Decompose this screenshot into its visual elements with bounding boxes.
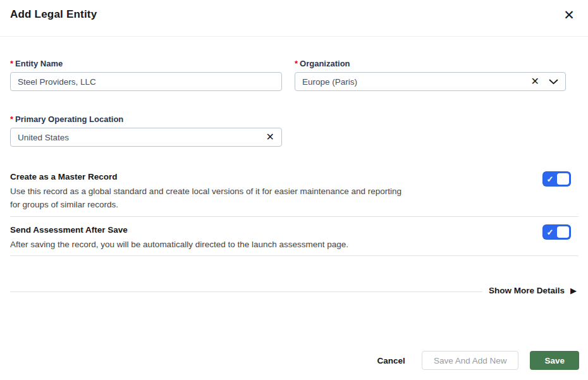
- save-button[interactable]: Save: [530, 351, 579, 370]
- send-assessment-title: Send Assessment After Save: [10, 225, 128, 235]
- master-record-toggle[interactable]: ✓: [542, 171, 571, 187]
- organization-field-group: *Organization ✕: [295, 59, 566, 91]
- organization-label: *Organization: [295, 59, 566, 68]
- primary-operating-location-input[interactable]: [10, 128, 282, 147]
- entity-name-input[interactable]: [10, 72, 282, 91]
- save-and-add-new-button[interactable]: Save And Add New: [422, 351, 519, 370]
- header-divider: [0, 36, 588, 37]
- master-record-title: Create as a Master Record: [10, 172, 118, 181]
- send-assessment-toggle[interactable]: ✓: [542, 224, 571, 240]
- caret-right-icon: ▶: [570, 286, 577, 295]
- primary-operating-location-field-group: *Primary Operating Location ✕: [10, 114, 282, 147]
- toggle-knob: [557, 226, 569, 238]
- add-legal-entity-modal: Add Legal Entity ✕ *Entity Name *Organiz…: [0, 0, 588, 380]
- clear-input-icon[interactable]: ✕: [266, 128, 274, 147]
- section-divider: [10, 255, 579, 256]
- entity-name-field-group: *Entity Name: [10, 59, 282, 91]
- master-record-description: Use this record as a global standard and…: [10, 185, 402, 211]
- entity-name-label: *Entity Name: [10, 59, 282, 68]
- footer-actions: Cancel Save And Add New Save: [372, 351, 579, 370]
- required-marker: *: [10, 114, 13, 124]
- show-more-divider: [10, 291, 482, 292]
- required-marker: *: [295, 59, 298, 68]
- cancel-button[interactable]: Cancel: [372, 351, 410, 370]
- check-icon: ✓: [543, 228, 557, 236]
- check-icon: ✓: [543, 175, 557, 183]
- row-divider: [10, 216, 579, 217]
- required-marker: *: [10, 59, 13, 68]
- send-assessment-description: After saving the record, you will be aut…: [10, 238, 402, 251]
- primary-operating-location-label: *Primary Operating Location: [10, 114, 282, 124]
- close-icon[interactable]: ✕: [560, 6, 578, 24]
- show-more-details-button[interactable]: Show More Details ▶: [489, 286, 577, 295]
- page-title: Add Legal Entity: [10, 8, 97, 21]
- toggle-knob: [557, 173, 569, 185]
- chevron-down-icon[interactable]: [549, 72, 558, 91]
- organization-combobox[interactable]: [295, 72, 566, 91]
- clear-selection-icon[interactable]: ✕: [531, 72, 539, 91]
